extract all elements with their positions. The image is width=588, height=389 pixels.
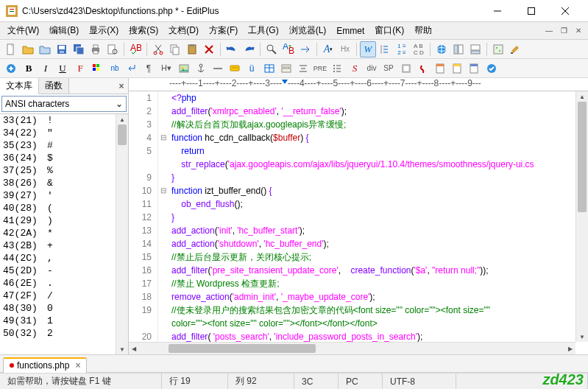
char-list[interactable]: 33(21)!34(22)"35(23)#36(24)$37(25)%38(26…	[0, 113, 128, 354]
print-icon[interactable]	[88, 41, 104, 57]
cut-icon[interactable]	[150, 41, 166, 57]
char-row[interactable]: 40(28)(	[0, 202, 128, 214]
scroll-up-icon[interactable]: ▲	[576, 91, 588, 102]
user-tool-icon[interactable]	[507, 41, 523, 57]
browser-preview-icon[interactable]	[433, 41, 450, 57]
underline-icon[interactable]: U	[54, 60, 71, 77]
redo-icon[interactable]	[241, 41, 257, 57]
mdi-close-icon[interactable]: ✕	[572, 25, 585, 37]
toggle-cliptext-icon[interactable]	[450, 41, 467, 57]
char-row[interactable]: 33(21)!	[0, 114, 128, 127]
menu-window[interactable]: 窗口(K)	[370, 23, 408, 38]
table-icon[interactable]	[261, 60, 277, 77]
sidebar-close-icon[interactable]: ×	[115, 78, 128, 94]
anchor-icon[interactable]	[193, 60, 209, 77]
list-icon[interactable]	[329, 60, 345, 77]
char-row[interactable]: 49(31)1	[0, 315, 128, 327]
mdi-restore-icon[interactable]: ❐	[557, 25, 570, 37]
open-remote-icon[interactable]	[37, 41, 53, 57]
toggle-output-icon[interactable]	[467, 41, 483, 57]
minimize-button[interactable]	[481, 0, 514, 22]
hex-icon[interactable]: Hx	[337, 41, 353, 57]
char-row[interactable]: 36(24)$	[0, 152, 128, 164]
char-row[interactable]: 34(22)"	[0, 127, 128, 139]
css-icon[interactable]	[432, 60, 448, 77]
italic-icon[interactable]: I	[38, 60, 54, 77]
indent-guide-icon[interactable]	[377, 41, 393, 57]
div-icon[interactable]: div	[364, 60, 380, 77]
menu-doc[interactable]: 文档(D)	[164, 23, 203, 38]
print-preview-icon[interactable]	[105, 41, 121, 57]
pre-icon[interactable]: PRE	[312, 60, 328, 77]
settings-icon[interactable]	[490, 41, 506, 57]
php-icon[interactable]	[466, 60, 482, 77]
char-row[interactable]: 43(2B)+	[0, 239, 128, 252]
char-row[interactable]: 39(27)'	[0, 189, 128, 202]
script-icon[interactable]: S	[347, 60, 363, 77]
font-icon[interactable]: A▾	[320, 41, 336, 57]
replace-icon[interactable]: AB	[280, 41, 297, 57]
br-icon[interactable]	[124, 60, 140, 77]
char-icon[interactable]: ü	[244, 60, 260, 77]
applet-icon[interactable]	[415, 60, 431, 77]
sidebar-tab-functions[interactable]: 函数	[39, 78, 69, 94]
mdi-minimize-icon[interactable]: —	[542, 25, 556, 37]
form-icon[interactable]	[278, 60, 294, 77]
obj-icon[interactable]	[398, 60, 414, 77]
fold-column[interactable]: ⊟⊟	[158, 91, 169, 354]
sidebar-tab-cliptext[interactable]: 文本库	[0, 78, 39, 94]
menu-view[interactable]: 显示(X)	[85, 23, 123, 38]
menu-edit[interactable]: 编辑(B)	[45, 23, 83, 38]
charset-icon[interactable]: A BC D	[411, 41, 427, 57]
comment-icon[interactable]	[227, 60, 243, 77]
color-picker-icon[interactable]	[89, 60, 105, 77]
code-area[interactable]: 1234591011121314151617181920 ⊟⊟ <?phpadd…	[129, 91, 588, 354]
new-file-icon[interactable]	[3, 41, 19, 57]
sidebar-library-select[interactable]: ANSI characters ⌄	[1, 96, 127, 112]
menu-tool[interactable]: 工具(G)	[244, 23, 283, 38]
linenum-icon[interactable]: 1 ≡2 ≡	[394, 41, 410, 57]
maximize-button[interactable]	[514, 0, 548, 22]
scroll-thumb[interactable]	[578, 102, 587, 212]
menu-scheme[interactable]: 方案(F)	[205, 23, 242, 38]
heading-icon[interactable]: H▾	[158, 60, 174, 77]
scroll-down-icon[interactable]: ▼	[576, 332, 588, 342]
font-tag-icon[interactable]: F	[72, 60, 88, 77]
spellcheck-icon[interactable]: ABC	[127, 41, 144, 57]
menu-emmet[interactable]: Emmet	[332, 24, 369, 38]
char-row[interactable]: 50(32)2	[0, 327, 128, 340]
menu-file[interactable]: 文件(W)	[3, 23, 43, 38]
p-icon[interactable]: ¶	[141, 60, 157, 77]
scroll-right-icon[interactable]: ▶	[565, 343, 575, 354]
scroll-thumb[interactable]	[118, 125, 127, 145]
span-icon[interactable]: SP	[380, 60, 397, 77]
paste-icon[interactable]	[184, 41, 200, 57]
open-icon[interactable]	[20, 41, 36, 57]
wordwrap-icon[interactable]: W	[360, 41, 376, 57]
undo-icon[interactable]	[224, 41, 240, 57]
goto-icon[interactable]	[297, 41, 314, 57]
char-row[interactable]: 42(2A)*	[0, 227, 128, 239]
char-row[interactable]: 46(2E).	[0, 277, 128, 290]
editor-vscrollbar[interactable]: ▲ ▼	[575, 91, 588, 342]
char-row[interactable]: 35(23)#	[0, 139, 128, 152]
nbsp-icon[interactable]: nb	[107, 60, 123, 77]
char-row[interactable]: 38(26)&	[0, 177, 128, 189]
doc-tab-close-icon[interactable]: ×	[75, 360, 80, 371]
scroll-thumb[interactable]	[169, 344, 316, 353]
menu-help[interactable]: 帮助	[410, 23, 436, 38]
char-row[interactable]: 48(30)0	[0, 302, 128, 315]
sidebar-scrollbar[interactable]: ▲ ▼	[116, 114, 128, 354]
editor-hscrollbar[interactable]: ◀ ▶	[129, 342, 575, 354]
scroll-down-icon[interactable]: ▼	[116, 344, 128, 354]
close-button[interactable]	[548, 0, 582, 22]
js-icon[interactable]	[449, 60, 465, 77]
scroll-left-icon[interactable]: ◀	[129, 343, 139, 354]
copy-icon[interactable]	[167, 41, 183, 57]
char-row[interactable]: 45(2D)-	[0, 264, 128, 277]
delete-icon[interactable]	[201, 41, 217, 57]
char-row[interactable]: 41(29))	[0, 214, 128, 227]
img-icon[interactable]	[176, 60, 192, 77]
scroll-up-icon[interactable]: ▲	[116, 114, 128, 125]
char-row[interactable]: 37(25)%	[0, 164, 128, 177]
